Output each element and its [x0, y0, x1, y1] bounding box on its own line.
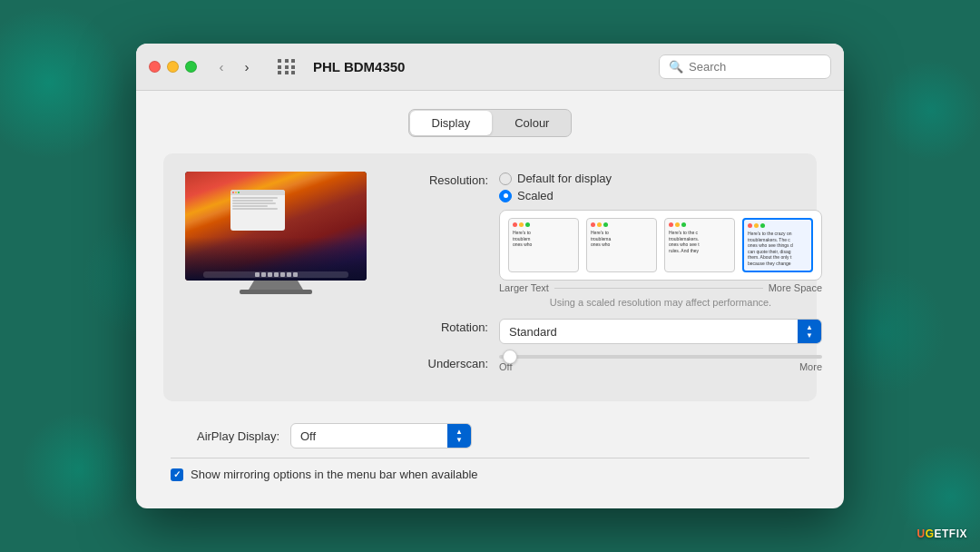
resolution-thumbs: Here's totroublemones who	[499, 210, 822, 281]
mirroring-row: ✓ Show mirroring options in the menu bar…	[171, 458, 809, 490]
settings-right: Resolution: Default for display Scaled	[388, 172, 822, 383]
mirroring-checkbox-wrapper[interactable]: ✓ Show mirroring options in the menu bar…	[171, 468, 478, 481]
forward-button[interactable]: ›	[235, 55, 259, 79]
monitor-screen	[185, 172, 367, 281]
rotation-value: Standard	[500, 325, 798, 339]
monitor-stand	[249, 281, 303, 290]
rotation-select[interactable]: Standard ▲ ▼	[499, 319, 822, 344]
resolution-default-option[interactable]: Default for display	[499, 172, 822, 185]
rotation-row: Rotation: Standard ▲ ▼	[388, 319, 822, 344]
search-box[interactable]: 🔍	[659, 54, 831, 79]
rotation-control: Standard ▲ ▼	[499, 319, 822, 344]
traffic-lights	[149, 61, 197, 73]
rotation-arrows: ▲ ▼	[798, 320, 821, 343]
underscan-max-label: More	[799, 361, 822, 372]
monitor-preview	[185, 172, 367, 383]
titlebar: ‹ › PHL BDM4350 🔍	[136, 44, 844, 91]
underscan-thumb[interactable]	[503, 350, 517, 364]
window-title: PHL BDM4350	[313, 59, 652, 74]
checkmark-icon: ✓	[173, 469, 181, 479]
resolution-label: Resolution:	[388, 172, 488, 187]
monitor-wallpaper	[185, 172, 367, 281]
content-area: Display Colour	[136, 91, 844, 508]
airplay-up-arrow-icon: ▲	[456, 429, 463, 436]
nav-buttons: ‹ ›	[210, 55, 259, 79]
up-arrow-icon: ▲	[806, 324, 813, 331]
mini-window	[230, 190, 285, 231]
monitor-base	[240, 290, 312, 294]
scale-left-label: Larger Text	[499, 282, 549, 293]
tab-group: Display Colour	[408, 109, 573, 137]
res-thumb-img-3: Here's to the ctroublemakers.ones who se…	[664, 218, 735, 272]
grid-button[interactable]	[273, 55, 300, 79]
search-input[interactable]	[689, 60, 821, 74]
grid-icon	[278, 59, 296, 74]
watermark-text: UGETFIX	[916, 527, 967, 540]
system-preferences-window: ‹ › PHL BDM4350 🔍 Display Colour	[136, 44, 844, 508]
resolution-row: Resolution: Default for display Scaled	[388, 172, 822, 308]
tabs-container: Display Colour	[163, 109, 817, 137]
rotation-label: Rotation:	[388, 319, 488, 334]
airplay-select-arrows: ▲ ▼	[447, 424, 471, 448]
resolution-options: Default for display Scaled	[499, 172, 822, 202]
bottom-section: AirPlay Display: Off ▲ ▼ ✓ Show mirrorin…	[163, 414, 817, 490]
mirroring-checkbox[interactable]: ✓	[171, 468, 183, 481]
monitor-dock	[203, 271, 348, 278]
underscan-track	[499, 355, 822, 359]
resolution-scaled-radio[interactable]	[499, 190, 512, 202]
thumb-text-4: Here's to the crazy ontroublemakers. The…	[748, 231, 808, 266]
down-arrow-icon: ▼	[806, 332, 813, 340]
res-thumb-img-1: Here's totroublemones who	[508, 218, 579, 272]
back-button[interactable]: ‹	[210, 55, 233, 79]
thumb-text-1: Here's totroublemones who	[513, 230, 574, 248]
underscan-slider-container: Off More	[499, 355, 822, 372]
resolution-default-radio[interactable]	[499, 172, 512, 185]
tab-colour[interactable]: Colour	[493, 110, 571, 136]
resolution-control: Default for display Scaled	[499, 172, 822, 308]
minimize-button[interactable]	[167, 61, 179, 73]
maximize-button[interactable]	[185, 61, 197, 73]
close-button[interactable]	[149, 61, 161, 73]
underscan-control: Off More	[499, 355, 822, 372]
scale-right-label: More Space	[769, 282, 822, 293]
mirroring-label: Show mirroring options in the menu bar w…	[191, 468, 478, 481]
tab-display[interactable]: Display	[410, 111, 493, 135]
airplay-down-arrow-icon: ▼	[456, 437, 463, 444]
res-thumb-4[interactable]: Here's to the crazy ontroublemakers. The…	[741, 218, 814, 272]
underscan-row: Underscan: Off More	[388, 355, 822, 372]
performance-note: Using a scaled resolution may affect per…	[499, 297, 822, 308]
resolution-scaled-label: Scaled	[517, 189, 554, 202]
res-thumb-3[interactable]: Here's to the ctroublemakers.ones who se…	[663, 218, 736, 272]
watermark: UGETFIX	[916, 525, 967, 541]
res-thumb-1[interactable]: Here's totroublemones who	[507, 218, 580, 272]
res-thumb-img-2: Here's totroublemaones who	[586, 218, 657, 272]
slider-labels: Off More	[499, 361, 822, 372]
scale-row: Larger Text More Space	[499, 282, 822, 293]
thumb-text-3: Here's to the ctroublemakers.ones who se…	[669, 230, 730, 253]
airplay-row: AirPlay Display: Off ▲ ▼	[171, 414, 809, 458]
search-icon: 🔍	[669, 60, 683, 74]
scale-line	[554, 288, 763, 289]
res-thumb-img-4: Here's to the crazy ontroublemakers. The…	[742, 218, 813, 272]
airplay-label: AirPlay Display:	[171, 429, 279, 443]
thumb-text-2: Here's totroublemaones who	[591, 230, 652, 248]
airplay-value: Off	[291, 429, 447, 443]
settings-panel: Resolution: Default for display Scaled	[163, 153, 817, 401]
airplay-select[interactable]: Off ▲ ▼	[290, 423, 472, 448]
underscan-label: Underscan:	[388, 355, 488, 370]
resolution-scaled-option[interactable]: Scaled	[499, 189, 822, 202]
resolution-default-label: Default for display	[517, 172, 612, 185]
res-thumb-2[interactable]: Here's totroublemaones who	[585, 218, 658, 272]
